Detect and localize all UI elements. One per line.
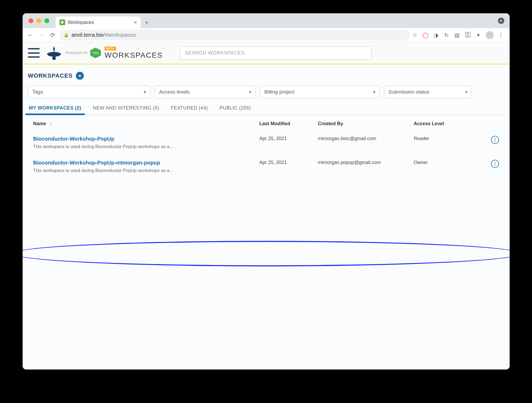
reload-button[interactable]: ⟳ xyxy=(48,31,57,40)
beta-badge: BETA xyxy=(105,47,116,51)
window-controls xyxy=(26,13,56,28)
window-maximize-button[interactable] xyxy=(44,18,49,23)
bookmark-star-icon[interactable]: ☆ xyxy=(412,32,418,39)
tab-favicon-icon xyxy=(59,19,65,25)
page-title-row: WORKSPACES ＋ xyxy=(28,72,504,80)
filter-label: Submission status xyxy=(389,89,430,95)
cell-last-modified: Apr 25, 2021 xyxy=(259,160,318,173)
back-button[interactable]: ← xyxy=(26,31,35,40)
extensions-puzzle-icon[interactable]: ✦ xyxy=(475,32,482,39)
tab-title: Workspaces xyxy=(68,20,94,25)
table-row: Bioconductor-Workshop-PopUp This workspa… xyxy=(28,131,504,155)
svg-rect-0 xyxy=(52,57,56,60)
url-path: /#workspaces xyxy=(104,32,136,38)
filter-access-levels[interactable]: Access levels ▾ xyxy=(155,86,256,98)
app-header: POWERED BY Terra BETA WORKSPACES xyxy=(23,42,510,64)
url-host: anvil.terra.bio xyxy=(72,32,104,38)
create-workspace-button[interactable]: ＋ xyxy=(76,72,84,80)
browser-tab[interactable]: Workspaces × xyxy=(56,16,141,28)
new-tab-button[interactable]: ＋ xyxy=(142,18,151,27)
cell-access-level: Reader xyxy=(414,136,483,149)
row-actions-button[interactable] xyxy=(491,160,499,168)
extension-icon[interactable]: ↻ xyxy=(443,32,450,39)
cell-access-level: Owner xyxy=(414,160,483,173)
lock-icon: 🔒 xyxy=(64,32,69,37)
filter-label: Billing project xyxy=(265,89,295,95)
header-title: WORKSPACES xyxy=(105,51,163,60)
column-header-name[interactable]: Name ↓ xyxy=(33,121,259,127)
window-minimize-button[interactable] xyxy=(36,18,41,23)
extension-icon[interactable]: ▤ xyxy=(454,32,461,39)
filter-tags[interactable]: Tags ▾ xyxy=(28,86,150,98)
search-box[interactable] xyxy=(180,46,372,60)
page-title: WORKSPACES xyxy=(28,72,73,79)
browser-window: Workspaces × ＋ ▾ ← → ⟳ 🔒 anvil.terra.bio… xyxy=(23,13,510,370)
extension-icon[interactable]: 🄱 xyxy=(464,32,471,39)
menu-button[interactable] xyxy=(28,48,40,58)
page-content: WORKSPACES ＋ Tags ▾ Access levels ▾ Bill… xyxy=(23,64,510,370)
workspace-name-link[interactable]: Bioconductor-Workshop-PopUp-mtmorgan-pop… xyxy=(33,160,259,166)
table-header: Name ↓ Last Modified Created By Access L… xyxy=(28,115,504,131)
terra-logo-text: Terra xyxy=(93,52,98,54)
browser-toolbar: ← → ⟳ 🔒 anvil.terra.bio/#workspaces ☆ ◯ … xyxy=(23,28,510,42)
extension-icon[interactable]: ◑ xyxy=(432,32,439,39)
anvil-logo-icon xyxy=(46,45,62,60)
profile-avatar[interactable] xyxy=(486,31,494,39)
row-actions-button[interactable] xyxy=(491,136,499,144)
column-header-last-modified[interactable]: Last Modified xyxy=(259,121,318,127)
column-header-access-level[interactable]: Access Level xyxy=(414,121,483,127)
sort-arrow-down-icon: ↓ xyxy=(50,121,52,127)
browser-tab-strip: Workspaces × ＋ ▾ xyxy=(23,13,510,28)
tab-featured[interactable]: FEATURED (44) xyxy=(170,105,209,115)
column-header-created-by[interactable]: Created By xyxy=(318,121,414,127)
filter-label: Access levels xyxy=(159,89,190,95)
address-bar[interactable]: 🔒 anvil.terra.bio/#workspaces xyxy=(59,30,410,40)
table-row: Bioconductor-Workshop-PopUp-mtmorgan-pop… xyxy=(28,155,504,179)
powered-by-label: POWERED BY xyxy=(66,52,88,54)
filter-bar: Tags ▾ Access levels ▾ Billing project ▾… xyxy=(28,86,504,98)
extension-icons: ◯ ◑ ↻ ▤ 🄱 ✦ ⋮ xyxy=(420,31,506,39)
tab-list-button[interactable]: ▾ xyxy=(498,18,504,24)
tab-public[interactable]: PUBLIC (256) xyxy=(218,105,252,115)
logo-block: POWERED BY Terra BETA WORKSPACES xyxy=(46,45,163,60)
workspace-description: This workspace is used during Bioconduct… xyxy=(33,144,259,149)
forward-button[interactable]: → xyxy=(37,31,46,40)
cell-created-by: mtmorgan.bioc@gmail.com xyxy=(318,136,414,149)
cell-created-by: mtmorgan.popup@gmail.com xyxy=(318,160,414,173)
tab-close-button[interactable]: × xyxy=(134,19,137,26)
chevron-down-icon: ▾ xyxy=(373,90,375,95)
chevron-down-icon: ▾ xyxy=(144,90,146,95)
chevron-down-icon: ▾ xyxy=(249,90,251,95)
chevron-down-icon: ▾ xyxy=(465,90,467,95)
window-close-button[interactable] xyxy=(28,18,33,23)
workspace-description: This workspace is used during Bioconduct… xyxy=(33,168,259,173)
tab-new-and-interesting[interactable]: NEW AND INTERESTING (6) xyxy=(92,105,160,115)
filter-billing-project[interactable]: Billing project ▾ xyxy=(260,86,380,98)
terra-logo-icon: Terra xyxy=(90,48,101,58)
cell-last-modified: Apr 25, 2021 xyxy=(259,136,318,149)
workspace-name-link[interactable]: Bioconductor-Workshop-PopUp xyxy=(33,136,259,142)
filter-submission-status[interactable]: Submission status ▾ xyxy=(384,86,472,98)
search-input[interactable] xyxy=(185,50,366,56)
highlight-annotation-ellipse xyxy=(23,241,510,266)
filter-label: Tags xyxy=(32,89,43,95)
workspace-tabs: MY WORKSPACES (2) NEW AND INTERESTING (6… xyxy=(28,105,504,115)
extension-icon[interactable]: ◯ xyxy=(422,32,429,39)
browser-menu-button[interactable]: ⋮ xyxy=(497,32,504,39)
header-label: Name xyxy=(33,121,46,127)
url-text: anvil.terra.bio/#workspaces xyxy=(72,32,136,38)
tab-my-workspaces[interactable]: MY WORKSPACES (2) xyxy=(28,105,83,115)
